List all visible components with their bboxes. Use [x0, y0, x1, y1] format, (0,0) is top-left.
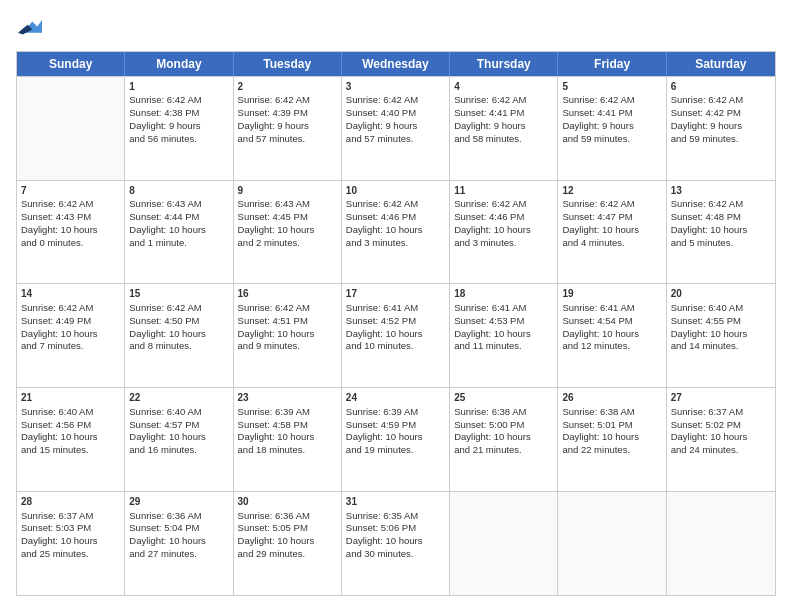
- day-number: 26: [562, 391, 661, 405]
- day-info-line: and 25 minutes.: [21, 548, 120, 561]
- day-info-line: and 3 minutes.: [346, 237, 445, 250]
- day-number: 29: [129, 495, 228, 509]
- day-info-line: Sunset: 4:53 PM: [454, 315, 553, 328]
- day-info-line: Daylight: 10 hours: [671, 431, 771, 444]
- weekday-header-monday: Monday: [125, 52, 233, 76]
- day-info-line: and 15 minutes.: [21, 444, 120, 457]
- day-number: 5: [562, 80, 661, 94]
- day-info-line: Sunset: 4:39 PM: [238, 107, 337, 120]
- day-number: 30: [238, 495, 337, 509]
- day-info-line: Sunrise: 6:42 AM: [562, 198, 661, 211]
- day-info-line: Sunset: 5:02 PM: [671, 419, 771, 432]
- calendar-cell: 28Sunrise: 6:37 AMSunset: 5:03 PMDayligh…: [17, 492, 125, 595]
- day-info-line: Sunrise: 6:42 AM: [671, 94, 771, 107]
- calendar-cell: 27Sunrise: 6:37 AMSunset: 5:02 PMDayligh…: [667, 388, 775, 491]
- day-info-line: Sunrise: 6:42 AM: [238, 302, 337, 315]
- calendar-cell: [558, 492, 666, 595]
- day-info-line: Sunrise: 6:42 AM: [21, 302, 120, 315]
- calendar-row-4: 28Sunrise: 6:37 AMSunset: 5:03 PMDayligh…: [17, 491, 775, 595]
- day-number: 16: [238, 287, 337, 301]
- day-info-line: Sunset: 4:50 PM: [129, 315, 228, 328]
- day-info-line: and 27 minutes.: [129, 548, 228, 561]
- day-info-line: Sunset: 4:56 PM: [21, 419, 120, 432]
- day-info-line: Sunset: 5:05 PM: [238, 522, 337, 535]
- page: SundayMondayTuesdayWednesdayThursdayFrid…: [0, 0, 792, 612]
- calendar-row-0: 1Sunrise: 6:42 AMSunset: 4:38 PMDaylight…: [17, 76, 775, 180]
- logo-bird-icon: [18, 16, 42, 40]
- day-info-line: Sunrise: 6:40 AM: [671, 302, 771, 315]
- calendar-cell: 7Sunrise: 6:42 AMSunset: 4:43 PMDaylight…: [17, 181, 125, 284]
- day-info-line: Sunset: 4:41 PM: [454, 107, 553, 120]
- day-info-line: and 59 minutes.: [671, 133, 771, 146]
- day-info-line: Sunrise: 6:41 AM: [454, 302, 553, 315]
- calendar-body: 1Sunrise: 6:42 AMSunset: 4:38 PMDaylight…: [17, 76, 775, 595]
- day-number: 1: [129, 80, 228, 94]
- day-number: 18: [454, 287, 553, 301]
- day-info-line: Daylight: 10 hours: [21, 328, 120, 341]
- day-number: 11: [454, 184, 553, 198]
- day-info-line: and 12 minutes.: [562, 340, 661, 353]
- weekday-header-friday: Friday: [558, 52, 666, 76]
- calendar-cell: 11Sunrise: 6:42 AMSunset: 4:46 PMDayligh…: [450, 181, 558, 284]
- weekday-header-thursday: Thursday: [450, 52, 558, 76]
- day-number: 14: [21, 287, 120, 301]
- day-info-line: Sunrise: 6:40 AM: [129, 406, 228, 419]
- day-number: 27: [671, 391, 771, 405]
- calendar-cell: 19Sunrise: 6:41 AMSunset: 4:54 PMDayligh…: [558, 284, 666, 387]
- day-info-line: Sunset: 4:46 PM: [454, 211, 553, 224]
- day-info-line: Sunset: 4:52 PM: [346, 315, 445, 328]
- day-info-line: Daylight: 9 hours: [454, 120, 553, 133]
- day-info-line: Sunset: 4:48 PM: [671, 211, 771, 224]
- calendar-cell: 5Sunrise: 6:42 AMSunset: 4:41 PMDaylight…: [558, 77, 666, 180]
- day-info-line: Sunset: 5:06 PM: [346, 522, 445, 535]
- day-number: 2: [238, 80, 337, 94]
- calendar-cell: 23Sunrise: 6:39 AMSunset: 4:58 PMDayligh…: [234, 388, 342, 491]
- day-info-line: Daylight: 10 hours: [562, 431, 661, 444]
- calendar: SundayMondayTuesdayWednesdayThursdayFrid…: [16, 51, 776, 596]
- calendar-row-2: 14Sunrise: 6:42 AMSunset: 4:49 PMDayligh…: [17, 283, 775, 387]
- day-number: 10: [346, 184, 445, 198]
- day-info-line: and 24 minutes.: [671, 444, 771, 457]
- day-info-line: and 8 minutes.: [129, 340, 228, 353]
- day-info-line: Sunset: 5:04 PM: [129, 522, 228, 535]
- day-info-line: Daylight: 10 hours: [346, 535, 445, 548]
- calendar-cell: 31Sunrise: 6:35 AMSunset: 5:06 PMDayligh…: [342, 492, 450, 595]
- calendar-cell: 12Sunrise: 6:42 AMSunset: 4:47 PMDayligh…: [558, 181, 666, 284]
- calendar-cell: 14Sunrise: 6:42 AMSunset: 4:49 PMDayligh…: [17, 284, 125, 387]
- day-info-line: Daylight: 10 hours: [21, 431, 120, 444]
- calendar-cell: 4Sunrise: 6:42 AMSunset: 4:41 PMDaylight…: [450, 77, 558, 180]
- day-info-line: Daylight: 10 hours: [129, 535, 228, 548]
- day-info-line: Sunset: 4:47 PM: [562, 211, 661, 224]
- day-info-line: Sunset: 4:49 PM: [21, 315, 120, 328]
- day-info-line: Sunrise: 6:37 AM: [671, 406, 771, 419]
- day-info-line: Sunrise: 6:42 AM: [671, 198, 771, 211]
- calendar-cell: 3Sunrise: 6:42 AMSunset: 4:40 PMDaylight…: [342, 77, 450, 180]
- day-info-line: Daylight: 10 hours: [129, 224, 228, 237]
- day-info-line: Sunset: 4:54 PM: [562, 315, 661, 328]
- day-info-line: and 21 minutes.: [454, 444, 553, 457]
- calendar-cell: 17Sunrise: 6:41 AMSunset: 4:52 PMDayligh…: [342, 284, 450, 387]
- day-info-line: Daylight: 10 hours: [562, 224, 661, 237]
- calendar-cell: 16Sunrise: 6:42 AMSunset: 4:51 PMDayligh…: [234, 284, 342, 387]
- day-info-line: Sunrise: 6:39 AM: [238, 406, 337, 419]
- day-info-line: Daylight: 10 hours: [562, 328, 661, 341]
- calendar-cell: 22Sunrise: 6:40 AMSunset: 4:57 PMDayligh…: [125, 388, 233, 491]
- day-info-line: Sunrise: 6:42 AM: [238, 94, 337, 107]
- day-info-line: Daylight: 10 hours: [346, 328, 445, 341]
- day-info-line: and 14 minutes.: [671, 340, 771, 353]
- calendar-cell: 13Sunrise: 6:42 AMSunset: 4:48 PMDayligh…: [667, 181, 775, 284]
- day-info-line: Sunrise: 6:42 AM: [129, 94, 228, 107]
- day-info-line: Sunrise: 6:42 AM: [346, 198, 445, 211]
- day-info-line: Sunset: 4:57 PM: [129, 419, 228, 432]
- day-info-line: and 58 minutes.: [454, 133, 553, 146]
- day-number: 13: [671, 184, 771, 198]
- day-info-line: Daylight: 9 hours: [129, 120, 228, 133]
- day-info-line: Sunrise: 6:43 AM: [238, 198, 337, 211]
- day-info-line: Sunrise: 6:41 AM: [346, 302, 445, 315]
- day-info-line: Sunrise: 6:42 AM: [454, 198, 553, 211]
- day-info-line: Daylight: 10 hours: [454, 224, 553, 237]
- calendar-cell: 30Sunrise: 6:36 AMSunset: 5:05 PMDayligh…: [234, 492, 342, 595]
- calendar-row-1: 7Sunrise: 6:42 AMSunset: 4:43 PMDaylight…: [17, 180, 775, 284]
- day-info-line: Daylight: 10 hours: [346, 224, 445, 237]
- day-info-line: Sunrise: 6:36 AM: [238, 510, 337, 523]
